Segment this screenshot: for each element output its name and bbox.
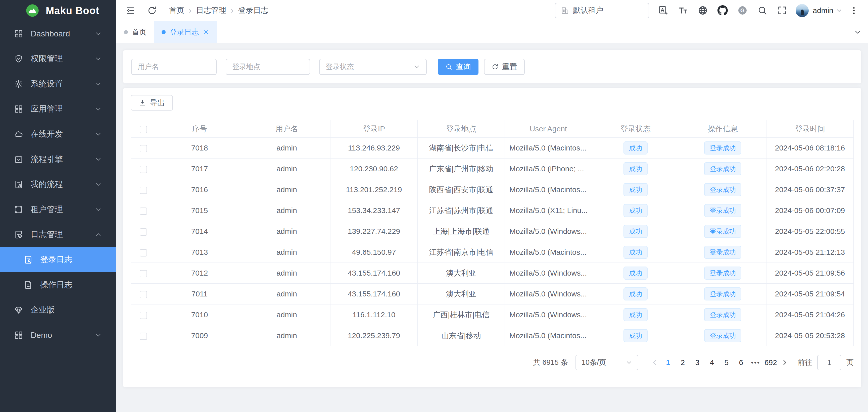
gem-icon	[14, 306, 23, 315]
chevron-down-icon	[95, 81, 102, 88]
sidebar-submenu-item[interactable]: 操作日志	[0, 272, 116, 297]
username-input[interactable]	[131, 59, 217, 75]
header-tool-button[interactable]	[733, 3, 752, 18]
sidebar-menu-item[interactable]: 应用管理	[0, 96, 116, 122]
cell-login-ip: 43.155.174.160	[331, 263, 418, 284]
row-select-cell	[131, 159, 156, 179]
select-all-checkbox[interactable]	[140, 126, 147, 133]
cell-login-time: 2024-05-06 08:18:16	[767, 138, 854, 159]
breadcrumb-item[interactable]: 首页	[169, 5, 184, 15]
cell-login-status: 成功	[592, 263, 679, 284]
search-icon	[757, 5, 768, 15]
row-checkbox[interactable]	[140, 208, 147, 215]
header-tool-button[interactable]	[693, 3, 713, 18]
row-select-cell	[131, 221, 156, 242]
header-tool-button[interactable]	[673, 3, 693, 18]
sidebar-menu-item[interactable]: 企业版	[0, 297, 116, 323]
page-number[interactable]: 3	[691, 358, 703, 367]
status-badge: 成功	[623, 266, 648, 280]
sidebar-menu-item[interactable]: Dashboard	[0, 21, 116, 46]
cell-user-agent: Mozilla/5.0 (Windows...	[505, 284, 592, 305]
page-number[interactable]: 4	[706, 358, 718, 367]
reset-button[interactable]: 重置	[484, 59, 525, 75]
operation-badge: 登录成功	[704, 225, 741, 238]
sidebar-menu-item[interactable]: 流程引擎	[0, 147, 116, 172]
row-checkbox[interactable]	[140, 166, 147, 173]
sidebar-menu-item[interactable]: 权限管理	[0, 46, 116, 71]
cell-no: 7010	[156, 305, 243, 325]
page-number[interactable]: 5	[721, 358, 732, 367]
cell-login-time: 2024-05-05 21:12:13	[767, 242, 854, 263]
more-pages-icon[interactable]: •••	[750, 359, 762, 367]
next-page-button[interactable]	[778, 359, 790, 366]
goto-page-input[interactable]	[817, 355, 841, 370]
tab[interactable]: 登录日志	[154, 21, 217, 43]
page-number[interactable]: 1	[662, 358, 674, 367]
page-number[interactable]: 6	[735, 358, 747, 367]
login-location-input[interactable]	[226, 59, 310, 75]
sidebar-menu-item[interactable]: 系统设置	[0, 71, 116, 96]
tabs-dropdown-button[interactable]	[847, 21, 868, 43]
header-tool-button[interactable]	[653, 3, 673, 18]
more-menu-button[interactable]	[849, 6, 859, 15]
collapse-menu-icon	[125, 5, 135, 15]
page-number[interactable]: 692	[765, 358, 777, 367]
status-badge: 成功	[623, 329, 648, 342]
chevron-down-icon[interactable]	[836, 7, 842, 14]
app-logo[interactable]: Maku Boot	[0, 0, 116, 21]
operation-badge: 登录成功	[704, 204, 741, 217]
header-tool-button[interactable]	[752, 3, 772, 18]
user-name[interactable]: admin	[813, 6, 833, 15]
search-button-label: 查询	[456, 62, 471, 72]
sidebar-menu-item[interactable]: 日志管理	[0, 222, 116, 247]
cell-login-location: 澳大利亚	[418, 263, 505, 284]
tab[interactable]: 首页	[116, 21, 154, 43]
sidebar-submenu-item[interactable]: 登录日志	[0, 247, 116, 272]
breadcrumb-item: 登录日志	[238, 5, 269, 15]
page-number[interactable]: 2	[677, 358, 688, 367]
cell-login-status: 成功	[592, 221, 679, 242]
cell-username: admin	[243, 305, 331, 325]
column-header: 登录状态	[592, 120, 679, 138]
export-button[interactable]: 导出	[131, 95, 173, 110]
cell-login-status: 成功	[592, 200, 679, 221]
logo-mountain-icon	[26, 4, 39, 17]
cell-login-time: 2024-05-05 22:00:55	[767, 221, 854, 242]
tab-label: 首页	[132, 27, 147, 37]
row-checkbox[interactable]	[140, 249, 147, 256]
header-tool-button[interactable]	[772, 3, 792, 18]
search-button[interactable]: 查询	[438, 59, 478, 75]
prev-page-button[interactable]	[649, 359, 661, 366]
avatar[interactable]	[796, 4, 809, 17]
header-tool-button[interactable]	[713, 3, 733, 18]
row-checkbox[interactable]	[140, 312, 147, 319]
breadcrumb-item[interactable]: 日志管理	[196, 5, 226, 15]
cell-login-location: 上海|上海市|联通	[418, 221, 505, 242]
login-status-select[interactable]: 登录状态	[319, 59, 427, 75]
cell-username: admin	[243, 200, 331, 221]
row-checkbox[interactable]	[140, 228, 147, 235]
tenant-select[interactable]: 默认租户	[555, 3, 649, 18]
row-checkbox[interactable]	[140, 145, 147, 152]
sidebar-menu-item[interactable]: 我的流程	[0, 172, 116, 197]
menu-item-label: 企业版	[31, 305, 102, 316]
row-checkbox[interactable]	[140, 270, 147, 277]
sidebar-menu-item[interactable]: 租户管理	[0, 197, 116, 222]
close-icon[interactable]	[203, 29, 209, 35]
table-row: 7009 admin 120.225.239.79 山东省|移动 Mozilla…	[131, 325, 854, 346]
row-checkbox[interactable]	[140, 187, 147, 194]
cell-user-agent: Mozilla/5.0 (Macintos...	[505, 325, 592, 346]
table-row: 7017 admin 120.230.90.62 广东省|广州市|移动 Mozi…	[131, 159, 854, 179]
row-select-cell	[131, 242, 156, 263]
cloud-icon	[14, 130, 23, 139]
row-checkbox[interactable]	[140, 291, 147, 298]
sidebar-menu-item[interactable]: Demo	[0, 323, 116, 348]
cell-username: admin	[243, 284, 331, 305]
refresh-button[interactable]	[147, 5, 157, 15]
table-row: 7018 admin 113.246.93.229 湖南省|长沙市|电信 Moz…	[131, 138, 854, 159]
sidebar-menu-item[interactable]: 在线开发	[0, 122, 116, 147]
page-size-select[interactable]: 10条/页	[576, 355, 638, 370]
collapse-sidebar-button[interactable]	[125, 5, 135, 15]
row-checkbox[interactable]	[140, 332, 147, 340]
cell-login-status: 成功	[592, 159, 679, 179]
